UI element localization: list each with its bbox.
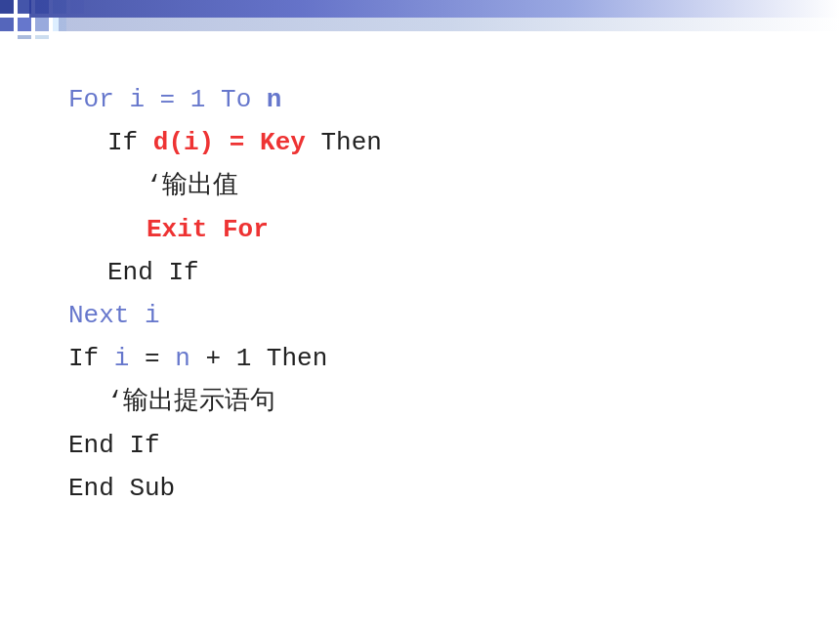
if-keyword: If <box>107 128 153 157</box>
code-line-exit: Exit For <box>68 208 382 251</box>
code-line-if1: If d(i) = Key Then <box>68 121 382 164</box>
n-variable: n <box>267 85 282 114</box>
i-variable: i <box>114 344 130 373</box>
pixel <box>0 35 14 39</box>
end-if-keyword: End If <box>107 258 199 287</box>
for-keyword: For i = 1 To <box>68 85 267 114</box>
di-key-condition: d(i) = Key <box>153 128 306 157</box>
next-keyword: Next i <box>68 301 160 330</box>
code-line-comment1: ‘输出值 <box>68 164 382 207</box>
comment-output2: ‘输出提示语句 <box>107 387 275 416</box>
code-line-endsub: End Sub <box>68 467 382 510</box>
pixel <box>0 0 14 14</box>
exit-for-keyword: Exit For <box>147 215 269 244</box>
end-if-keyword2: End If <box>68 431 160 460</box>
code-line-next: Next i <box>68 294 382 337</box>
code-line-endif2: End If <box>68 424 382 467</box>
pixel <box>35 18 49 31</box>
top-bar <box>29 0 840 18</box>
code-line-for: For i = 1 To n <box>68 78 382 121</box>
code-line-if2: If i = n + 1 Then <box>68 337 382 380</box>
code-line-endif1: End If <box>68 251 382 294</box>
pixel <box>70 35 84 39</box>
pixel <box>18 35 31 39</box>
pixel <box>53 35 66 39</box>
pixel <box>35 35 49 39</box>
pixel <box>18 18 31 31</box>
code-block: For i = 1 To n If d(i) = Key Then ‘输出值 E… <box>68 78 382 510</box>
pixel <box>0 18 14 31</box>
top-bar-lower <box>59 18 840 31</box>
if-keyword2: If <box>68 344 114 373</box>
end-sub-keyword: End Sub <box>68 474 175 503</box>
eq-op: = <box>129 344 175 373</box>
top-decoration <box>0 0 840 39</box>
comment-output: ‘输出值 <box>147 171 238 200</box>
code-line-comment2: ‘输出提示语句 <box>68 380 382 423</box>
n-variable2: n <box>175 344 190 373</box>
plus-then: + 1 Then <box>190 344 327 373</box>
then-keyword: Then <box>306 128 382 157</box>
